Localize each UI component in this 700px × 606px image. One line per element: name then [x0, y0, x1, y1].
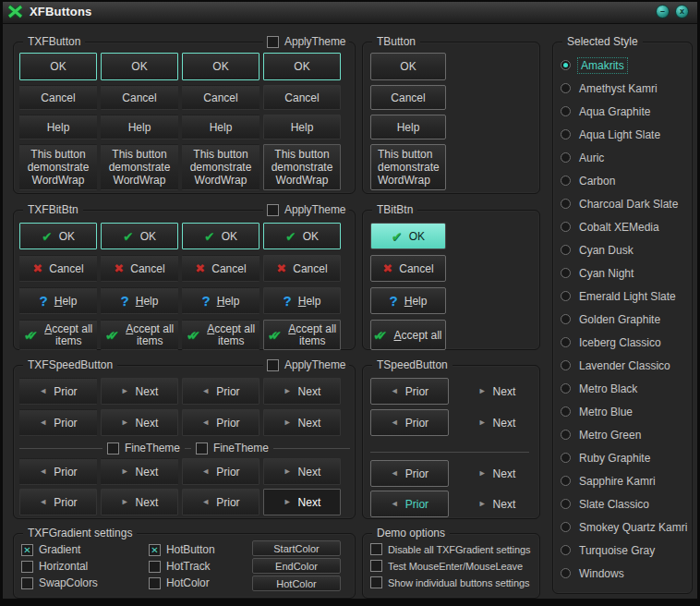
cancel-bitbtn[interactable]: ✖Cancel	[263, 255, 341, 282]
ok-bitbtn[interactable]: ✔OK	[101, 223, 178, 249]
wordwrap-button[interactable]: This button demonstrate WordWrap	[182, 144, 259, 190]
accept-bitbtn[interactable]: ✔✔Accept allitems	[19, 320, 97, 350]
style-option[interactable]: Cyan Night	[553, 261, 692, 285]
cancel-button[interactable]: Cancel	[263, 85, 341, 110]
demo-checkbox[interactable]: Show individual buttons settings	[370, 576, 530, 588]
prior-speedbutton[interactable]: ◄Prior	[370, 378, 449, 405]
style-option[interactable]: Emerald Light Slate	[553, 285, 692, 308]
next-speedbutton[interactable]: ►Next	[460, 491, 534, 517]
prior-speedbutton[interactable]: ◄Prior	[370, 409, 449, 436]
cancel-bitbtn[interactable]: ✖Cancel	[101, 255, 178, 282]
style-option[interactable]: Iceberg Classico	[553, 331, 692, 354]
applytheme-checkbox[interactable]: ApplyTheme	[263, 358, 349, 371]
gradient-checkbox[interactable]: HotButton	[149, 543, 214, 556]
ok-button[interactable]: OK	[263, 53, 341, 80]
prior-speedbutton[interactable]: ◄Prior	[182, 458, 259, 485]
applytheme-checkbox[interactable]: ApplyTheme	[263, 35, 349, 48]
style-option[interactable]: Golden Graphite	[553, 308, 692, 331]
demo-checkbox[interactable]: Disable all TXFGradient settings	[370, 543, 530, 555]
style-option[interactable]: Slate Classico	[553, 492, 692, 515]
color-button[interactable]: HotColor	[252, 576, 341, 591]
prior-speedbutton[interactable]: ◄Prior	[370, 491, 449, 517]
style-option[interactable]: Cobalt XEMedia	[553, 215, 692, 238]
next-speedbutton[interactable]: ►Next	[263, 458, 341, 485]
next-speedbutton[interactable]: ►Next	[460, 460, 534, 487]
next-speedbutton[interactable]: ►Next	[263, 409, 341, 436]
prior-speedbutton[interactable]: ◄Prior	[19, 409, 97, 436]
prior-speedbutton[interactable]: ◄Prior	[182, 409, 259, 436]
cancel-bitbtn[interactable]: ✖Cancel	[182, 255, 259, 282]
ok-button[interactable]: OK	[19, 53, 97, 80]
demo-checkbox[interactable]: Test MouseEnter/MouseLeave	[370, 560, 530, 572]
next-speedbutton[interactable]: ►Next	[101, 489, 178, 515]
style-option[interactable]: Turquoise Gray	[553, 539, 692, 562]
gradient-checkbox[interactable]: HotTrack	[149, 560, 214, 573]
help-button[interactable]: Help	[19, 115, 97, 139]
title-bar[interactable]: XFButtons – x	[0, 0, 700, 24]
gradient-checkbox[interactable]: Horizontal	[21, 560, 98, 573]
accept-bitbtn[interactable]: ✔✔Accept all items	[370, 320, 446, 350]
color-button[interactable]: EndColor	[252, 558, 341, 574]
applytheme-checkbox[interactable]: ApplyTheme	[263, 203, 349, 216]
help-button[interactable]: Help	[263, 115, 341, 139]
gradient-checkbox[interactable]: HotColor	[149, 576, 214, 589]
style-option[interactable]: Amethyst Kamri	[553, 77, 692, 100]
style-option[interactable]: Charcoal Dark Slate	[553, 192, 692, 215]
help-button[interactable]: Help	[101, 115, 178, 139]
prior-speedbutton[interactable]: ◄Prior	[370, 460, 449, 487]
accept-bitbtn[interactable]: ✔✔Accept allitems	[101, 320, 178, 350]
ok-bitbtn[interactable]: ✔OK	[19, 223, 97, 249]
style-option[interactable]: Amakrits	[553, 54, 692, 77]
finetheme-checkbox[interactable]: FineTheme	[103, 442, 185, 454]
help-bitbtn[interactable]: ?Help	[182, 287, 259, 314]
prior-speedbutton[interactable]: ◄Prior	[182, 489, 259, 515]
prior-speedbutton[interactable]: ◄Prior	[19, 378, 97, 405]
next-speedbutton[interactable]: ►Next	[460, 378, 534, 405]
help-bitbtn[interactable]: ?Help	[19, 287, 97, 314]
style-option[interactable]: Aqua Graphite	[553, 100, 692, 123]
ok-bitbtn[interactable]: ✔OK	[263, 223, 341, 249]
wordwrap-button[interactable]: This button demonstrate WordWrap	[263, 144, 341, 190]
style-option[interactable]: Metro Black	[553, 377, 692, 400]
help-button[interactable]: Help	[370, 115, 446, 139]
ok-button[interactable]: OK	[182, 53, 259, 80]
cancel-button[interactable]: Cancel	[182, 85, 259, 110]
help-bitbtn[interactable]: ?Help	[370, 287, 446, 314]
cancel-button[interactable]: Cancel	[19, 85, 97, 110]
minimize-button[interactable]: –	[656, 5, 670, 18]
accept-bitbtn[interactable]: ✔✔Accept allitems	[182, 320, 259, 350]
style-option[interactable]: Lavender Classico	[553, 354, 692, 377]
color-button[interactable]: StartColor	[252, 540, 341, 556]
prior-speedbutton[interactable]: ◄Prior	[19, 489, 97, 515]
style-option[interactable]: Windows	[553, 562, 692, 585]
ok-bitbtn[interactable]: ✔OK	[182, 223, 259, 249]
cancel-bitbtn[interactable]: ✖Cancel	[370, 255, 446, 282]
ok-bitbtn[interactable]: ✔OK	[370, 223, 446, 249]
help-bitbtn[interactable]: ?Help	[263, 287, 341, 314]
ok-button[interactable]: OK	[101, 53, 178, 80]
close-button[interactable]: x	[675, 5, 689, 18]
wordwrap-button[interactable]: This button demonstrate WordWrap	[370, 144, 446, 190]
cancel-bitbtn[interactable]: ✖Cancel	[19, 255, 97, 282]
help-bitbtn[interactable]: ?Help	[101, 287, 178, 314]
next-speedbutton[interactable]: ►Next	[101, 409, 178, 436]
next-speedbutton[interactable]: ►Next	[263, 378, 341, 405]
finetheme-checkbox[interactable]: FineTheme	[191, 442, 273, 454]
style-option[interactable]: Cyan Dusk	[553, 238, 692, 261]
accept-bitbtn[interactable]: ✔✔Accept allitems	[263, 320, 341, 350]
style-option[interactable]: Aqua Light Slate	[553, 123, 692, 146]
gradient-checkbox[interactable]: Gradient	[21, 543, 98, 556]
style-option[interactable]: Auric	[553, 146, 692, 169]
cancel-button[interactable]: Cancel	[101, 85, 178, 110]
style-option[interactable]: Smokey Quartz Kamri	[553, 515, 692, 539]
wordwrap-button[interactable]: This button demonstrate WordWrap	[101, 144, 178, 190]
ok-button[interactable]: OK	[370, 53, 446, 80]
next-speedbutton[interactable]: ►Next	[101, 378, 178, 405]
style-option[interactable]: Ruby Graphite	[553, 446, 692, 469]
wordwrap-button[interactable]: This button demonstrate WordWrap	[19, 144, 97, 190]
prior-speedbutton[interactable]: ◄Prior	[182, 378, 259, 405]
next-speedbutton[interactable]: ►Next	[263, 489, 341, 515]
style-option[interactable]: Sapphire Kamri	[553, 469, 692, 492]
cancel-button[interactable]: Cancel	[370, 85, 446, 110]
style-option[interactable]: Carbon	[553, 169, 692, 192]
